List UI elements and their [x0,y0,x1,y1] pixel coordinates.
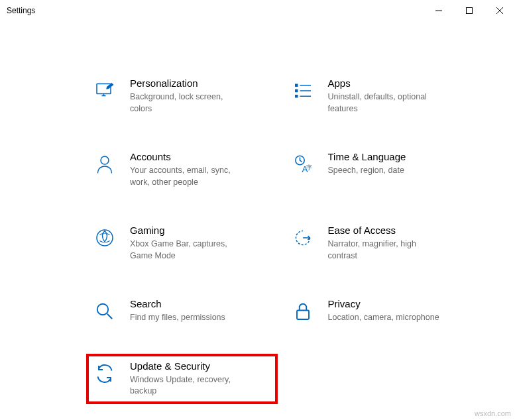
tile-title: Time & Language [328,151,406,162]
svg-rect-6 [295,95,298,98]
tile-search[interactable]: Search Find my files, permissions [93,298,278,324]
tile-apps[interactable]: Apps Uninstall, defaults, optional featu… [291,78,476,115]
tile-subtitle: Speech, region, date [328,165,406,177]
tile-text: Gaming Xbox Game Bar, captures, Game Mod… [130,225,246,262]
tile-subtitle: Narrator, magnifier, high contrast [328,238,444,262]
tile-text: Update & Security Windows Update, recove… [130,360,246,397]
tile-subtitle: Find my files, permissions [130,312,225,324]
titlebar: Settings [0,0,515,21]
window-controls [424,0,515,21]
apps-icon [291,79,315,103]
svg-rect-14 [297,311,309,320]
tile-title: Ease of Access [328,225,444,236]
tile-title: Apps [328,78,444,89]
time-language-icon: A 字 [291,152,315,176]
tile-time-language[interactable]: A 字 Time & Language Speech, region, date [291,151,476,188]
settings-content: Personalization Background, lock screen,… [0,21,515,404]
svg-text:字: 字 [306,164,312,171]
update-security-icon [93,362,117,386]
privacy-icon [291,299,315,323]
tile-text: Privacy Location, camera, microphone [328,298,439,324]
tile-ease-of-access[interactable]: Ease of Access Narrator, magnifier, high… [291,225,476,262]
svg-rect-4 [295,89,298,93]
ease-of-access-icon [291,226,315,250]
search-icon [93,299,117,323]
svg-rect-7 [300,96,311,97]
minimize-button[interactable] [424,0,454,21]
settings-grid: Personalization Background, lock screen,… [93,78,475,404]
tile-title: Accounts [130,151,246,162]
tile-subtitle: Your accounts, email, sync, work, other … [130,165,246,188]
tile-subtitle: Xbox Game Bar, captures, Game Mode [130,238,246,262]
close-button[interactable] [485,0,515,21]
tile-personalization[interactable]: Personalization Background, lock screen,… [93,78,278,115]
tile-text: Apps Uninstall, defaults, optional featu… [328,78,444,115]
window-title: Settings [7,6,35,15]
tile-title: Privacy [328,298,439,309]
tile-text: Ease of Access Narrator, magnifier, high… [328,225,444,262]
tile-subtitle: Location, camera, microphone [328,312,439,324]
maximize-button[interactable] [454,0,485,21]
svg-point-8 [101,156,109,164]
personalization-icon [93,79,117,103]
tile-update-security[interactable]: Update & Security Windows Update, recove… [86,354,278,404]
tile-title: Personalization [130,78,246,89]
tile-title: Gaming [130,225,246,236]
svg-point-12 [97,230,113,246]
svg-rect-5 [300,90,311,91]
gaming-icon [93,226,117,250]
tile-title: Search [130,298,225,309]
tile-text: Search Find my files, permissions [130,298,225,324]
tile-subtitle: Windows Update, recovery, backup [130,374,246,397]
svg-point-13 [97,304,109,315]
tile-text: Personalization Background, lock screen,… [130,78,246,115]
tile-accounts[interactable]: Accounts Your accounts, email, sync, wor… [93,151,278,188]
tile-title: Update & Security [130,360,246,372]
tile-subtitle: Uninstall, defaults, optional features [328,91,444,115]
tile-text: Accounts Your accounts, email, sync, wor… [130,151,246,188]
tile-subtitle: Background, lock screen, colors [130,91,246,115]
watermark: wsxdn.com [475,409,511,417]
accounts-icon [93,152,117,176]
svg-rect-3 [300,85,311,86]
tile-gaming[interactable]: Gaming Xbox Game Bar, captures, Game Mod… [93,225,278,262]
tile-text: Time & Language Speech, region, date [328,151,406,177]
svg-rect-2 [295,84,298,87]
svg-rect-0 [467,8,473,14]
tile-privacy[interactable]: Privacy Location, camera, microphone [291,298,476,324]
